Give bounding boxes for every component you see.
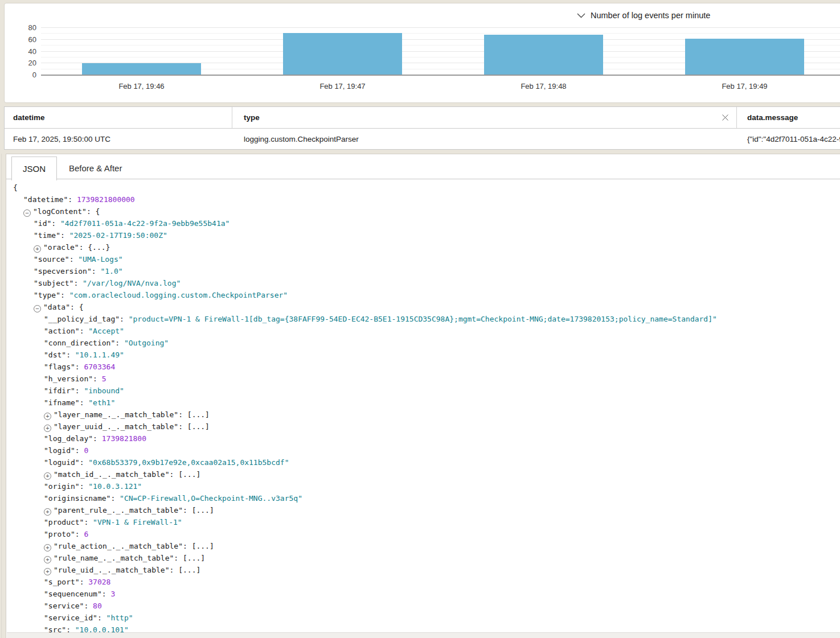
json-line: "product": "VPN-1 & FireWall-1" (6, 516, 840, 528)
log-results-table: datetime type data.message Feb 17, 2025,… (4, 106, 840, 150)
column-header-type[interactable]: type (232, 107, 737, 128)
column-header-datetime[interactable]: datetime (5, 107, 232, 128)
cell-type: logging.custom.CheckpointParser (232, 129, 737, 149)
json-line: +"oracle": {...} (6, 241, 840, 253)
expand-icon[interactable]: + (44, 556, 51, 563)
table-row[interactable]: Feb 17, 2025, 19:50:00 UTC logging.custo… (5, 129, 840, 149)
json-line: "s_port": 37028 (6, 576, 840, 588)
json-line: "type": "com.oraclecloud.logging.custom.… (6, 289, 840, 301)
expand-icon[interactable]: + (44, 568, 51, 575)
json-line: "flags": 6703364 (6, 361, 840, 373)
json-line: "dst": "10.1.1.49" (6, 349, 840, 361)
json-line: "subject": "/var/log/NVA/nva.log" (6, 277, 840, 289)
json-line: "h_version": 5 (6, 373, 840, 385)
json-line: "loguid": "0x68b53379,0x9b17e92e,0xcaa02… (6, 456, 840, 468)
json-line: "originsicname": "CN=CP-Firewall,O=Check… (6, 492, 840, 504)
json-line: +"parent_rule_._._match_table": [...] (6, 504, 840, 516)
y-tick-label: 0 (9, 71, 36, 80)
y-axis: 020406080 (5, 3, 39, 104)
json-line: +"rule_uid_._._match_table": [...] (6, 564, 840, 576)
bar[interactable] (685, 39, 804, 75)
json-line: { (6, 182, 840, 194)
json-line: −"logContent": { (6, 205, 840, 217)
tab-json[interactable]: JSON (11, 157, 57, 180)
json-viewer: {"datetime": 1739821800000−"logContent":… (6, 182, 840, 633)
json-line: "proto": 6 (6, 528, 840, 540)
collapse-icon[interactable]: − (34, 305, 41, 312)
json-line: "logid": 0 (6, 444, 840, 456)
bar[interactable] (484, 35, 603, 75)
json-line: "action": "Accept" (6, 325, 840, 337)
expand-icon[interactable]: + (34, 245, 41, 253)
json-line: "source": "UMA-Logs" (6, 253, 840, 265)
json-line: +"rule_action_._._match_table": [...] (6, 540, 840, 552)
y-tick-label: 40 (9, 47, 36, 56)
json-line: "__policy_id_tag": "product=VPN-1 & Fire… (6, 313, 840, 325)
column-header-data-message[interactable]: data.message (737, 107, 840, 128)
chevron-down-icon[interactable] (577, 13, 585, 18)
detail-tabbar: JSON Before & After (6, 154, 840, 179)
json-line: "log_delay": 1739821800 (6, 433, 840, 444)
log-explorer-page: Number of log events per minute 02040608… (0, 0, 840, 638)
table-header-row: datetime type data.message (5, 107, 840, 129)
expand-icon[interactable]: + (44, 413, 51, 420)
tab-before-after[interactable]: Before & After (56, 157, 134, 180)
x-axis-line (41, 75, 840, 76)
x-axis-label: Feb 17, 19:46 (41, 82, 242, 90)
bar-chart: Feb 17, 19:46Feb 17, 19:47Feb 17, 19:48F… (41, 24, 840, 75)
json-line: "origin": "10.0.3.121" (6, 480, 840, 492)
json-line: "ifname": "eth1" (6, 397, 840, 409)
bar[interactable] (82, 63, 200, 75)
json-line: "datetime": 1739821800000 (6, 194, 840, 205)
json-line: +"layer_name_._._match_table": [...] (6, 409, 840, 421)
json-line: −"data": { (6, 301, 840, 313)
bar[interactable] (283, 33, 401, 75)
expand-icon[interactable]: + (44, 425, 51, 432)
x-axis-label: Feb 17, 19:49 (644, 82, 840, 90)
json-line: "time": "2025-02-17T19:50:00Z" (6, 229, 840, 241)
json-line: "conn_direction": "Outgoing" (6, 337, 840, 349)
chart-title: Number of log events per minute (577, 11, 710, 20)
chart-card: Number of log events per minute 02040608… (4, 3, 840, 103)
y-tick-label: 60 (9, 35, 36, 44)
json-line: +"layer_uuid_._._match_table": [...] (6, 421, 840, 433)
json-line: +"rule_name_._._match_table": [...] (6, 552, 840, 564)
x-axis-label: Feb 17, 19:47 (242, 82, 443, 90)
expand-icon[interactable]: + (44, 508, 51, 516)
json-line: "service_id": "http" (6, 612, 840, 624)
y-tick-label: 20 (9, 59, 36, 68)
x-axis-label: Feb 17, 19:48 (443, 82, 644, 90)
cell-data-message: {"id":"4d2f7011-051a-4c22-9f (737, 129, 840, 149)
collapse-icon[interactable]: − (23, 209, 31, 217)
close-icon[interactable] (722, 114, 729, 121)
y-tick-label: 80 (9, 23, 36, 32)
chart-title-label: Number of log events per minute (591, 11, 710, 20)
json-line: "src": "10.0.0.101" (6, 624, 840, 633)
json-line: "id": "4d2f7011-051a-4c22-9f2a-9ebb9e55b… (6, 217, 840, 229)
cell-datetime: Feb 17, 2025, 19:50:00 UTC (5, 129, 232, 149)
json-line: "service": 80 (6, 600, 840, 612)
json-line: "ifdir": "inbound" (6, 385, 840, 397)
json-line: "sequencenum": 3 (6, 588, 840, 600)
log-detail-panel: JSON Before & After {"datetime": 1739821… (6, 154, 840, 638)
json-line: "specversion": "1.0" (6, 265, 840, 277)
expand-icon[interactable]: + (44, 472, 51, 480)
expand-icon[interactable]: + (44, 544, 51, 551)
json-line: +"match_id_._._match_table": [...] (6, 468, 840, 480)
horizontal-scrollbar[interactable] (7, 632, 840, 638)
panel-edge-divider (1, 154, 2, 638)
